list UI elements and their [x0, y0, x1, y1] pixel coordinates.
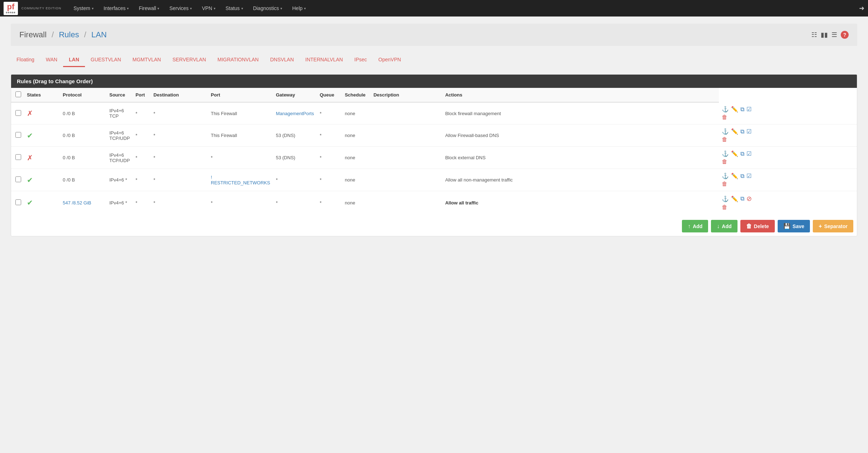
nav-help[interactable]: Help ▾ [287, 0, 311, 16]
nav-vpn-label: VPN [202, 5, 212, 11]
nav-help-link[interactable]: Help ▾ [287, 0, 311, 16]
row3-copy-icon[interactable]: ⧉ [740, 151, 744, 157]
row4-checkbox[interactable] [15, 176, 21, 182]
nav-diagnostics-link[interactable]: Diagnostics ▾ [248, 0, 287, 16]
row2-anchor-icon[interactable]: ⚓ [722, 128, 729, 135]
row2-edit-icon[interactable]: ✏️ [731, 128, 738, 135]
row5-anchor-icon[interactable]: ⚓ [722, 195, 729, 202]
separator-button[interactable]: + Separator [813, 220, 853, 232]
nav-status[interactable]: Status ▾ [220, 0, 248, 16]
nav-system[interactable]: System ▾ [68, 0, 99, 16]
tab-wan[interactable]: WAN [40, 53, 63, 67]
row4-copy-icon[interactable]: ⧉ [740, 173, 744, 179]
header-protocol: Protocol [60, 88, 106, 102]
tab-guestvlan[interactable]: GUESTVLAN [85, 53, 127, 67]
row4-anchor-icon[interactable]: ⚓ [722, 173, 729, 179]
row5-description: Allow all traffic [442, 191, 719, 214]
nav-status-caret: ▾ [241, 6, 243, 10]
row5-source: * [133, 191, 151, 214]
tab-openvpn[interactable]: OpenVPN [373, 53, 407, 67]
row5-states-link[interactable]: 547 /8.52 GiB [63, 200, 91, 206]
select-all-checkbox[interactable] [15, 91, 21, 97]
tab-mgmtvlan[interactable]: MGMTVLAN [127, 53, 167, 67]
row1-port-d: ManagementPorts [273, 102, 317, 124]
row5-gateway: * [317, 191, 342, 214]
tab-internalvlan[interactable]: INTERNALVLAN [300, 53, 349, 67]
row2-check-icon[interactable]: ☑ [746, 128, 751, 135]
row5-delete-icon[interactable]: 🗑 [722, 204, 727, 211]
row4-destination-link[interactable]: ! RESTRICTED_NETWORKS [211, 175, 270, 185]
add-up-button[interactable]: ↑ Add [682, 220, 708, 232]
row1-delete-icon[interactable]: 🗑 [722, 114, 727, 121]
row2-source: * [133, 124, 151, 147]
tabs-container: Floating WAN LAN GUESTVLAN MGMTVLAN SERV… [11, 53, 857, 67]
row1-checkbox[interactable] [15, 110, 21, 116]
row4-description: Allow all non-management traffic [442, 169, 719, 191]
header-gateway: Gateway [273, 88, 317, 102]
row1-anchor-icon[interactable]: ⚓ [722, 106, 729, 113]
row1-copy-icon[interactable]: ⧉ [740, 106, 744, 113]
row2-copy-icon[interactable]: ⧉ [740, 128, 744, 135]
brand-logo: pf sense COMMUNITY EDITION [4, 2, 61, 15]
row3-checkbox[interactable] [15, 154, 21, 160]
row5-edit-icon[interactable]: ✏️ [731, 195, 738, 202]
nav-interfaces[interactable]: Interfaces ▾ [99, 0, 134, 16]
row2-checkbox[interactable] [15, 132, 21, 138]
row1-port-d-link[interactable]: ManagementPorts [276, 111, 314, 116]
add-down-button[interactable]: ↓ Add [711, 220, 737, 232]
row1-check-icon[interactable]: ☑ [746, 106, 751, 113]
row5-actions: ⚓ ✏️ ⧉ ⊘ 🗑 [719, 191, 857, 214]
nav-status-link[interactable]: Status ▾ [220, 0, 248, 16]
row2-description: Allow Firewall-based DNS [442, 124, 719, 147]
nav-services[interactable]: Services ▾ [164, 0, 197, 16]
tab-migrationvlan[interactable]: MIGRATIONVLAN [212, 53, 265, 67]
row5-copy-icon[interactable]: ⧉ [740, 195, 744, 202]
row2-gateway: * [317, 124, 342, 147]
save-button[interactable]: 💾 Save [778, 220, 810, 232]
tab-ipsec[interactable]: IPsec [348, 53, 373, 67]
help-icon[interactable]: ? [841, 31, 849, 39]
row3-check-icon[interactable]: ☑ [746, 150, 751, 157]
tab-servervlan[interactable]: SERVERVLAN [167, 53, 212, 67]
list-icon[interactable]: ☰ [831, 31, 837, 39]
nav-system-link[interactable]: System ▾ [68, 0, 99, 16]
row4-port-d: * [273, 169, 317, 191]
row2-protocol: IPv4+6 TCP/UDP [106, 124, 133, 147]
row4-edit-icon[interactable]: ✏️ [731, 173, 738, 179]
row1-edit-icon[interactable]: ✏️ [731, 106, 738, 113]
tab-lan[interactable]: LAN [63, 53, 85, 67]
nav-vpn-link[interactable]: VPN ▾ [197, 0, 220, 16]
add-down-icon: ↓ [717, 223, 720, 230]
nav-firewall-link[interactable]: Firewall ▾ [134, 0, 164, 16]
header-actions: Actions [442, 88, 719, 102]
nav-firewall[interactable]: Firewall ▾ [134, 0, 164, 16]
row4-states: 0 /0 B [60, 169, 106, 191]
table-header: States Protocol Source Port Destination … [11, 88, 857, 102]
nav-vpn[interactable]: VPN ▾ [197, 0, 220, 16]
table-row: ✗ 0 /0 B IPv4+6 TCP/UDP * * * 53 (DNS) *… [11, 147, 857, 169]
row4-check-icon[interactable]: ☑ [746, 173, 751, 179]
tab-floating[interactable]: Floating [11, 53, 40, 67]
row2-port-d: 53 (DNS) [273, 124, 317, 147]
nav-services-link[interactable]: Services ▾ [164, 0, 197, 16]
row4-delete-icon[interactable]: 🗑 [722, 181, 727, 187]
nav-interfaces-link[interactable]: Interfaces ▾ [99, 0, 134, 16]
breadcrumb-part2[interactable]: Rules [59, 30, 79, 39]
row5-disable-icon[interactable]: ⊘ [746, 195, 752, 203]
delete-button[interactable]: 🗑 Delete [740, 220, 775, 232]
chart-icon[interactable]: ▮▮ [821, 31, 828, 39]
row3-action: ✗ [24, 147, 60, 169]
nav-diagnostics[interactable]: Diagnostics ▾ [248, 0, 287, 16]
row2-delete-icon[interactable]: 🗑 [722, 136, 727, 143]
add-down-label: Add [722, 223, 731, 229]
row2-states-text: 0 /0 B [63, 133, 75, 138]
row3-edit-icon[interactable]: ✏️ [731, 150, 738, 157]
tab-dnsvlan[interactable]: DNSVLAN [264, 53, 299, 67]
row3-queue: none [342, 147, 371, 169]
row5-checkbox[interactable] [15, 199, 21, 205]
nav-right-icon[interactable]: ➜ [859, 4, 864, 12]
row3-anchor-icon[interactable]: ⚓ [722, 150, 729, 157]
row3-delete-icon[interactable]: 🗑 [722, 159, 727, 165]
rules-panel: Rules (Drag to Change Order) States Prot… [11, 74, 857, 236]
filter-icon[interactable]: ☷ [811, 31, 817, 39]
